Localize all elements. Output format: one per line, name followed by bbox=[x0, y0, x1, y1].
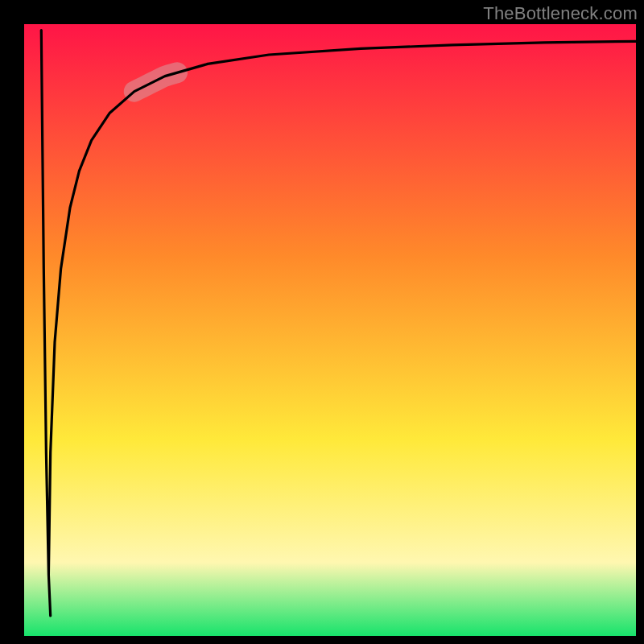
bottleneck-chart bbox=[0, 0, 644, 644]
chart-stage: TheBottleneck.com bbox=[0, 0, 644, 644]
gradient-background bbox=[24, 24, 636, 636]
watermark-label: TheBottleneck.com bbox=[483, 3, 638, 24]
